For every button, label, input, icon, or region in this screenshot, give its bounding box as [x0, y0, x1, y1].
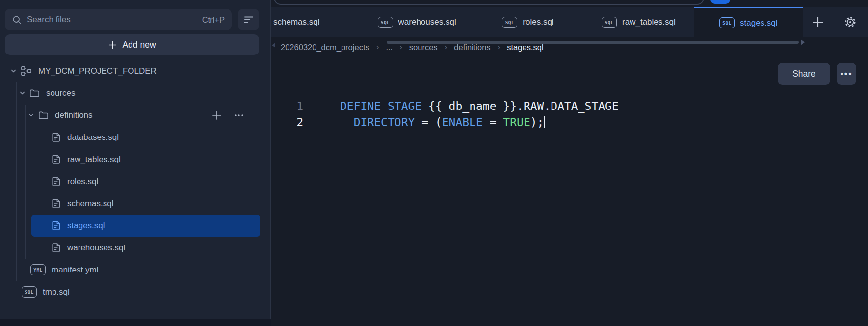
- workspace-window: Ctrl+P Add new MY_DCM_PROJECT_FOLDERsour…: [0, 0, 868, 326]
- code-line-2: 2 DIRECTORY = (ENABLE = TRUE);: [271, 114, 868, 131]
- file-tree: MY_DCM_PROJECT_FOLDERsourcesdefinitionsd…: [0, 60, 271, 303]
- tree-item-raw-tables-sql[interactable]: raw_tables.sql: [0, 148, 271, 170]
- tab-bar: schemas.sqlSQLwarehouses.sqlSQLroles.sql…: [271, 7, 868, 37]
- tab-stages-sql[interactable]: SQLstages.sql: [694, 7, 803, 37]
- tree-item-manifest-yml[interactable]: YMLmanifest.yml: [0, 259, 271, 281]
- breadcrumb-separator: ›: [376, 42, 379, 52]
- add-new-button[interactable]: Add new: [5, 34, 259, 55]
- folder-icon: [38, 109, 49, 121]
- tab-label: warehouses.sql: [398, 17, 456, 27]
- tree-item-label: MY_DCM_PROJECT_FOLDER: [38, 66, 157, 76]
- tree-item-warehouses-sql[interactable]: warehouses.sql: [0, 237, 271, 259]
- code-editor[interactable]: 1DEFINE STAGE {{ db_name }}.RAW.DATA_STA…: [271, 98, 868, 326]
- file-actions: Share •••: [778, 63, 856, 85]
- tree-item-label: definitions: [55, 110, 93, 120]
- add-file-button[interactable]: [210, 104, 224, 126]
- file-icon: [51, 242, 61, 253]
- tab-label: stages.sql: [740, 18, 778, 28]
- search-files-box[interactable]: Ctrl+P: [5, 9, 232, 30]
- tree-item-label: raw_tables.sql: [67, 155, 121, 164]
- breadcrumb-item-definitions[interactable]: definitions: [454, 43, 490, 52]
- file-icon: [51, 154, 61, 165]
- sort-files-button[interactable]: [238, 9, 259, 30]
- tree-item-definitions[interactable]: definitions: [0, 104, 271, 126]
- tree-item-label: sources: [46, 88, 76, 98]
- editor-panel: schemas.sqlSQLwarehouses.sqlSQLroles.sql…: [271, 0, 868, 326]
- breadcrumb: 20260320_dcm_projects›...›sources›defini…: [281, 42, 544, 52]
- sql-file-icon: SQL: [22, 286, 37, 298]
- tree-item-schemas-sql[interactable]: schemas.sql: [0, 192, 271, 215]
- breadcrumb-bar: 20260320_dcm_projects›...›sources›defini…: [271, 37, 868, 59]
- tab-warehouses-sql[interactable]: SQLwarehouses.sql: [361, 7, 473, 37]
- code-text: DEFINE STAGE {{ db_name }}.RAW.DATA_STAG…: [340, 98, 619, 114]
- breadcrumb-item-stages-sql: stages.sql: [507, 43, 543, 52]
- share-button[interactable]: Share: [778, 63, 830, 85]
- folder-more-button[interactable]: [232, 104, 246, 126]
- gear-icon: [843, 15, 857, 29]
- tree-item-tmp-sql[interactable]: SQLtmp.sql: [0, 281, 271, 303]
- more-options-button[interactable]: •••: [837, 63, 856, 85]
- add-icon: [108, 40, 117, 50]
- tab-label: raw_tables.sql: [622, 17, 676, 27]
- breadcrumb-item-20260320-dcm-projects[interactable]: 20260320_dcm_projects: [281, 43, 369, 52]
- add-new-label: Add new: [122, 40, 156, 50]
- search-input[interactable]: [27, 15, 202, 25]
- tree-item-label: tmp.sql: [43, 287, 70, 297]
- cutoff-blue-button[interactable]: [710, 0, 730, 4]
- line-number: 1: [271, 98, 303, 114]
- tree-item-label: roles.sql: [67, 177, 98, 187]
- add-icon: [211, 109, 223, 121]
- breadcrumb-item-sources[interactable]: sources: [409, 43, 438, 52]
- chevron-down-icon[interactable]: [10, 67, 17, 75]
- sidebar-footer-strip: [0, 319, 271, 326]
- tree-item-sources[interactable]: sources: [0, 82, 271, 104]
- file-icon: [51, 176, 61, 187]
- file-icon: [51, 132, 61, 143]
- breadcrumb-item-ellipsis[interactable]: ...: [386, 43, 393, 52]
- new-tab-button[interactable]: [803, 7, 833, 37]
- file-icon: [51, 198, 61, 209]
- tab-label: roles.sql: [523, 17, 553, 27]
- tree-item-databases-sql[interactable]: databases.sql: [0, 126, 271, 148]
- tree-item-label: databases.sql: [67, 133, 119, 142]
- cutoff-toolbar-outline: [274, 0, 704, 5]
- tree-item-label: schemas.sql: [67, 199, 113, 209]
- search-icon: [12, 15, 22, 25]
- breadcrumb-separator: ›: [399, 42, 402, 52]
- tree-item-label: manifest.yml: [52, 265, 98, 275]
- tab-raw-tables-sql[interactable]: SQLraw_tables.sql: [583, 7, 694, 37]
- tab-schemas-sql[interactable]: schemas.sql: [271, 7, 361, 37]
- file-icon: [51, 220, 61, 231]
- ellipsis-icon: •••: [841, 69, 853, 79]
- tree-item-label: stages.sql: [67, 221, 105, 231]
- code-text: DIRECTORY = (ENABLE = TRUE);: [340, 114, 545, 131]
- breadcrumb-separator: ›: [445, 42, 447, 52]
- tree-item-roles-sql[interactable]: roles.sql: [0, 170, 271, 192]
- line-number: 2: [271, 114, 303, 131]
- chevron-down-icon[interactable]: [27, 111, 35, 119]
- search-shortcut: Ctrl+P: [202, 15, 225, 25]
- breadcrumb-separator: ›: [498, 42, 500, 52]
- code-line-1: 1DEFINE STAGE {{ db_name }}.RAW.DATA_STA…: [271, 98, 868, 114]
- file-explorer-sidebar: Ctrl+P Add new MY_DCM_PROJECT_FOLDERsour…: [0, 0, 271, 326]
- sort-lines-icon: [243, 14, 255, 26]
- sql-file-icon: SQL: [502, 17, 517, 28]
- project-icon: [20, 65, 32, 77]
- tab-roles-sql[interactable]: SQLroles.sql: [473, 7, 583, 37]
- tree-item-label: warehouses.sql: [67, 243, 125, 253]
- tree-item-stages-sql[interactable]: stages.sql: [0, 215, 271, 237]
- sql-file-icon: SQL: [719, 17, 735, 28]
- sql-file-icon: SQL: [378, 17, 393, 28]
- folder-icon: [29, 87, 40, 99]
- text-cursor: [544, 116, 545, 128]
- tree-item-my-dcm-project-folder[interactable]: MY_DCM_PROJECT_FOLDER: [0, 60, 271, 82]
- chevron-down-icon[interactable]: [19, 89, 26, 97]
- yml-file-icon: YML: [30, 264, 46, 275]
- settings-button[interactable]: [833, 7, 868, 37]
- scroll-left-arrow-icon[interactable]: [272, 43, 275, 48]
- sql-file-icon: SQL: [602, 17, 617, 28]
- tab-label: schemas.sql: [273, 17, 319, 27]
- add-icon: [811, 15, 825, 29]
- scroll-right-arrow-icon[interactable]: [801, 39, 805, 45]
- ellipsis-icon: [233, 109, 245, 121]
